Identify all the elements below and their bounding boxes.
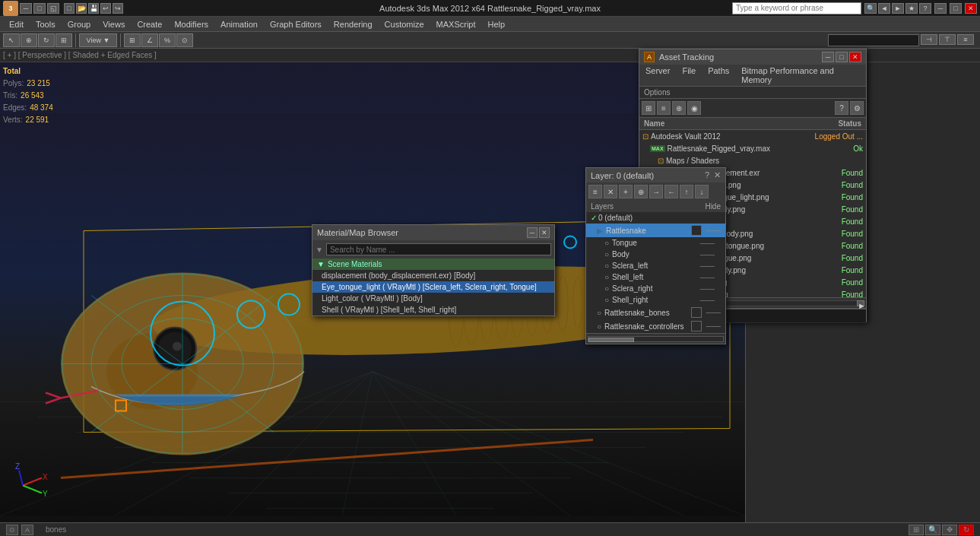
- layer-tool-7[interactable]: ↓: [695, 185, 709, 198]
- zoom-ext-button[interactable]: ⊞: [909, 525, 924, 535]
- win-minimize-button[interactable]: ─: [934, 3, 947, 14]
- layer-dialog: Layer: 0 (default) ? ✕ ≡ ✕ + ⊕ → ← ↑ ↓ L…: [585, 167, 726, 344]
- layer-body[interactable]: ○ Body ───: [586, 249, 725, 260]
- move-button[interactable]: ⊕: [21, 33, 37, 47]
- layer-scrollbar[interactable]: [586, 333, 725, 344]
- toolbar-buttons: ↖ ⊕ ↻ ⊞ View ▼ ⊞ ∠ % ⊙: [3, 33, 193, 47]
- at-tool-1[interactable]: ⊞: [642, 101, 655, 115]
- layer-tool-3[interactable]: ⊕: [634, 185, 648, 198]
- menu-maxscript[interactable]: MAXScript: [430, 18, 482, 30]
- angle-snap-button[interactable]: ∠: [141, 33, 158, 47]
- at-menu-paths[interactable]: Paths: [702, 65, 735, 86]
- snap-button[interactable]: ⊞: [124, 33, 141, 47]
- at-help-button[interactable]: ?: [835, 101, 848, 115]
- layer-shell-left[interactable]: ○ Shell_left ───: [586, 271, 725, 283]
- at-row-max-file[interactable]: MAX Rattlesnake_Rigged_vray.max Ok: [639, 142, 866, 154]
- menu-edit[interactable]: Edit: [3, 18, 30, 30]
- zoom-button[interactable]: 🔍: [925, 525, 940, 535]
- search-button[interactable]: 🔍: [864, 3, 877, 14]
- material-item-2[interactable]: Light_color ( VRayMtl ) [Body]: [312, 293, 554, 304]
- arrow-left-button[interactable]: ◄: [878, 3, 890, 14]
- layer-tool-5[interactable]: ←: [664, 185, 678, 198]
- maximize-button[interactable]: □: [33, 3, 46, 14]
- menu-help[interactable]: Help: [482, 18, 512, 30]
- material-item-0[interactable]: displacement (body_displacement.exr) [Bo…: [312, 270, 554, 281]
- scale-button[interactable]: ⊞: [56, 33, 72, 47]
- orbit-button[interactable]: ↻: [959, 525, 974, 535]
- layer-tongue[interactable]: ○ Tongue ───: [586, 237, 725, 249]
- spinner-snap-button[interactable]: ⊙: [176, 33, 193, 47]
- material-search-input[interactable]: [326, 243, 551, 255]
- arrow-right-button[interactable]: ►: [892, 3, 904, 14]
- named-selection-input[interactable]: [828, 34, 919, 46]
- menu-animation[interactable]: Animation: [214, 18, 264, 30]
- percent-snap-button[interactable]: %: [159, 33, 176, 47]
- layer-tool-add[interactable]: +: [619, 185, 633, 198]
- at-minimize-button[interactable]: ─: [822, 52, 834, 62]
- layer-question-button[interactable]: ?: [705, 170, 709, 180]
- at-row-vault[interactable]: ⊡ Autodesk Vault 2012 Logged Out ...: [639, 130, 866, 142]
- bookmark-button[interactable]: ★: [905, 3, 918, 14]
- mirror-button[interactable]: ⊣: [921, 34, 937, 45]
- align-button[interactable]: ⊤: [939, 34, 956, 45]
- redo-button[interactable]: ↪: [113, 3, 123, 14]
- at-tool-2[interactable]: ≡: [657, 101, 671, 115]
- restore-button[interactable]: ◱: [47, 3, 59, 14]
- layer-rattlesnake-controllers[interactable]: ○ Rattlesnake_controllers ───: [586, 319, 725, 333]
- at-settings-button[interactable]: ⚙: [850, 101, 864, 115]
- minimize-button[interactable]: ─: [20, 3, 32, 14]
- material-item-3[interactable]: Shell ( VRayMtl ) [Shell_left, Shell_rig…: [312, 304, 554, 316]
- select-button[interactable]: ↖: [3, 33, 20, 47]
- scene-materials-header[interactable]: ▼ Scene Materials: [312, 258, 554, 270]
- layer-rattlesnake-bones[interactable]: ○ Rattlesnake_bones ───: [586, 306, 725, 319]
- menu-graph-editors[interactable]: Graph Editors: [264, 18, 328, 30]
- mat-browser-minimize-button[interactable]: ─: [527, 227, 538, 238]
- layer-manager-button[interactable]: ≡: [957, 34, 974, 45]
- at-tool-3[interactable]: ⊕: [672, 101, 686, 115]
- save-button[interactable]: 💾: [88, 3, 99, 14]
- menu-tools[interactable]: Tools: [30, 18, 62, 30]
- search-input[interactable]: [732, 2, 861, 14]
- menu-create[interactable]: Create: [131, 18, 168, 30]
- material-item-1[interactable]: Eye_tongue_light ( VRayMtl ) [Sclera_lef…: [312, 281, 554, 293]
- undo-button[interactable]: ↩: [100, 3, 111, 14]
- win-maximize-button[interactable]: □: [950, 3, 962, 14]
- layer-scroll-thumb[interactable]: [588, 338, 634, 342]
- at-menu-server[interactable]: Server: [639, 65, 676, 86]
- menu-customize[interactable]: Customize: [379, 18, 430, 30]
- reference-dropdown[interactable]: View ▼: [79, 33, 117, 47]
- layer-sclera-left[interactable]: ○ Sclera_left ───: [586, 260, 725, 271]
- layer-tool-2[interactable]: ✕: [604, 185, 617, 198]
- rotate-button[interactable]: ↻: [38, 33, 55, 47]
- help-button[interactable]: ?: [919, 3, 931, 14]
- layer-default[interactable]: ✓ 0 (default): [586, 212, 725, 224]
- menu-group[interactable]: Group: [62, 18, 97, 30]
- new-button[interactable]: □: [64, 3, 75, 14]
- at-scroll-right-button[interactable]: ►: [857, 300, 864, 306]
- layer-rattlesnake-vis[interactable]: [691, 225, 702, 236]
- layer-tool-4[interactable]: →: [649, 185, 663, 198]
- mat-browser-close-button[interactable]: ✕: [539, 227, 550, 238]
- at-tool-4[interactable]: ◉: [687, 101, 701, 115]
- key-mode-button[interactable]: ⊙: [6, 525, 18, 535]
- menu-views[interactable]: Views: [97, 18, 131, 30]
- at-menu-file[interactable]: File: [676, 65, 702, 86]
- layer-tool-6[interactable]: ↑: [680, 185, 693, 198]
- menu-rendering[interactable]: Rendering: [328, 18, 379, 30]
- layer-shell-right[interactable]: ○ Shell_right ───: [586, 294, 725, 306]
- pan-button[interactable]: ✥: [942, 525, 957, 535]
- layer-tool-1[interactable]: ≡: [588, 185, 602, 198]
- open-button[interactable]: 📂: [76, 3, 87, 14]
- at-row-maps-folder[interactable]: ⊡ Maps / Shaders: [639, 154, 866, 167]
- menu-modifiers[interactable]: Modifiers: [168, 18, 214, 30]
- layer-close-button[interactable]: ✕: [714, 170, 721, 180]
- at-menu-bitmap[interactable]: Bitmap Performance and Memory: [735, 65, 866, 86]
- auto-key-button[interactable]: A: [21, 525, 33, 535]
- layer-rattlesnake[interactable]: ▶ Rattlesnake ───: [586, 224, 725, 237]
- layer-bones-vis[interactable]: [691, 307, 702, 318]
- at-close-button[interactable]: ✕: [849, 52, 861, 62]
- layer-controllers-vis[interactable]: [691, 321, 702, 331]
- layer-sclera-right[interactable]: ○ Sclera_right ───: [586, 283, 725, 294]
- win-close-button[interactable]: ✕: [965, 3, 977, 14]
- at-maximize-button[interactable]: □: [836, 52, 848, 62]
